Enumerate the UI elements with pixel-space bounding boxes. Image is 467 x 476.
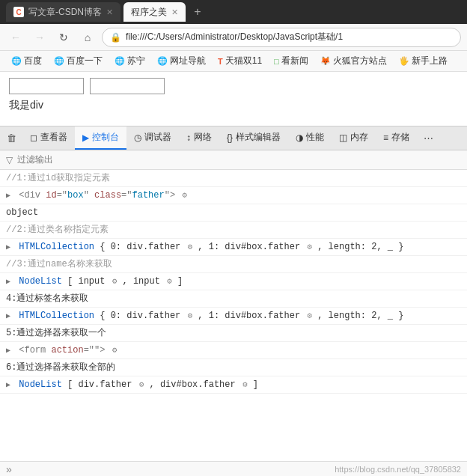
console-line-8: 4:通过标签名来获取 (0, 290, 467, 308)
status-bar: » https://blog.csdn.net/qq_37805832 (0, 461, 467, 476)
firefox-icon: 🦊 (320, 56, 331, 66)
reload-button[interactable]: ↻ (54, 28, 73, 47)
htmlcollection-1-sep: , 1: div#box.father (198, 242, 305, 252)
console-line-13[interactable]: ▶ NodeList [ div.father ⚙ , div#box.fath… (0, 376, 467, 394)
htmlcollection-2-content: { 0: div.father (100, 311, 186, 321)
expand-icon-2[interactable]: ▶ (6, 243, 10, 251)
bookmark-firefox[interactable]: 🦊 火狐官方站点 (315, 53, 392, 69)
new-tab-button[interactable]: + (189, 3, 207, 21)
htmlcollection-2: HTMLCollection (19, 311, 94, 321)
bookmark-baidu[interactable]: 🌐 百度 (6, 53, 47, 69)
devtools-more-btn[interactable]: ⋯ (420, 130, 436, 147)
nodelist-1-open: [ input (67, 276, 111, 287)
back-button[interactable]: ← (6, 28, 25, 47)
globe-icon-2: 🌐 (54, 56, 64, 66)
gear-icon-5: ⚙ (167, 277, 172, 286)
tab-performance[interactable]: ◑ 性能 (288, 126, 332, 150)
status-url: https://blog.csdn.net/qq_37805832 (335, 465, 461, 474)
console-line-9[interactable]: ▶ HTMLCollection { 0: div.father ⚙ , 1: … (0, 308, 467, 325)
tab-favicon-csdn: C (13, 7, 24, 17)
attr-class: class (94, 190, 121, 201)
home-button[interactable]: ⌂ (78, 28, 97, 47)
tab-csdn[interactable]: C 写文章-CSDN博客 ✕ (6, 2, 120, 22)
console-line-11[interactable]: ▶ <form action=""> ⚙ (0, 342, 467, 359)
nodelist-1: NodeList (19, 276, 62, 287)
hand-icon: 🖐 (399, 56, 409, 66)
tab-storage-label: 存储 (391, 131, 409, 144)
address-bar[interactable]: 🔒 file:///C:/Users/Administrator/Desktop… (102, 28, 461, 47)
expand-icon-4[interactable]: ▶ (6, 312, 10, 320)
htmlcollection-2-sep: , 1: div#box.father (198, 311, 305, 321)
attr-quote-1: " (84, 190, 94, 201)
htmlcollection-1-content: { 0: div.father (100, 242, 186, 252)
comment-1: //1:通过id获取指定元素 (6, 173, 110, 183)
htmlcollection-1: HTMLCollection (19, 242, 94, 252)
comment-2: //2:通过类名称指定元素 (6, 225, 109, 235)
bookmark-label-2: 百度一下 (67, 55, 103, 67)
console-line-2[interactable]: ▶ <div id="box" class="father"> ⚙ (0, 187, 467, 204)
bookmark-baidu-search[interactable]: 🌐 百度一下 (49, 53, 108, 69)
tmall-icon: T (218, 57, 223, 66)
tab-debugger-label: 调试器 (144, 131, 171, 144)
tab-memory[interactable]: ◫ 内存 (332, 126, 376, 150)
tab-console[interactable]: ▶ 控制台 (75, 126, 126, 150)
page-input-1[interactable] (9, 78, 84, 94)
devtools-panel: 🗑 ◻ 查看器 ▶ 控制台 ◷ 调试器 ↕ 网络 {} 样式编辑器 (0, 126, 467, 476)
tab-close-csdn[interactable]: ✕ (106, 7, 113, 17)
nodelist-2: NodeList (19, 379, 62, 390)
bookmark-label-5: 天猫双11 (225, 55, 262, 67)
console-line-3: object (0, 204, 467, 222)
devtools-action-delete[interactable]: 🗑 (3, 130, 19, 147)
bookmark-suning[interactable]: 🌐 苏宁 (109, 53, 150, 69)
tab-network-label: 网络 (194, 131, 212, 144)
performance-icon: ◑ (296, 132, 303, 143)
console-output: //1:通过id获取指定元素 ▶ <div id="box" class="fa… (0, 170, 467, 461)
page-inputs (9, 78, 458, 94)
comment-5: 5:通过选择器来获取一个 (6, 328, 106, 338)
console-icon: ▶ (82, 132, 89, 143)
address-lock-icon: 🔒 (110, 32, 121, 43)
expand-icon-3[interactable]: ▶ (6, 278, 10, 286)
bookmark-label-4: 网址导航 (170, 55, 206, 67)
page-content: 我是div (0, 72, 467, 126)
globe-icon-1: 🌐 (11, 56, 22, 66)
tab-active[interactable]: 程序之美 ✕ (123, 2, 186, 22)
expand-icon-6[interactable]: ▶ (6, 381, 10, 389)
console-line-7[interactable]: ▶ NodeList [ input ⚙ , input ⚙ ] (0, 273, 467, 290)
devtools-filter-toolbar: ▽ 过滤输出 (0, 150, 467, 170)
bookmark-news[interactable]: □ 看新闻 (269, 53, 314, 69)
tab-debugger[interactable]: ◷ 调试器 (126, 126, 179, 150)
tab-console-label: 控制台 (92, 131, 119, 144)
tab-storage[interactable]: ≡ 存储 (376, 126, 417, 150)
tab-inspector-label: 查看器 (40, 131, 67, 144)
expand-icon-1[interactable]: ▶ (6, 192, 10, 200)
htmlcollection-2-end: , length: 2, _ } (317, 311, 403, 321)
nodelist-1-close: ] (177, 276, 183, 287)
console-line-6: //3:通过name名称来获取 (0, 256, 467, 273)
expand-icon-5[interactable]: ▶ (6, 347, 10, 355)
comment-3: //3:通过name名称来获取 (6, 259, 112, 269)
globe-icon-4: 🌐 (157, 56, 168, 66)
bookmark-nav[interactable]: 🌐 网址导航 (152, 53, 211, 69)
navbar: ← → ↻ ⌂ 🔒 file:///C:/Users/Administrator… (0, 24, 467, 51)
tab-inspector[interactable]: ◻ 查看器 (22, 126, 75, 150)
tab-network[interactable]: ↕ 网络 (179, 126, 219, 150)
console-line-5[interactable]: ▶ HTMLCollection { 0: div.father ⚙ , 1: … (0, 239, 467, 256)
page-input-2[interactable] (90, 78, 165, 94)
page-div-text: 我是div (9, 99, 458, 112)
tab-style-label: 样式编辑器 (236, 131, 281, 144)
nodelist-2-sep: , div#box.father (150, 379, 241, 390)
more-button[interactable]: » (6, 463, 12, 475)
forward-button[interactable]: → (30, 28, 49, 47)
bookmark-newbie[interactable]: 🖐 新手上路 (394, 53, 453, 69)
attr-id-val: box (67, 190, 84, 201)
attr-quote-2: "> (165, 190, 175, 201)
bookmark-label-8: 新手上路 (412, 55, 448, 67)
address-text: file:///C:/Users/Administrator/Desktop/J… (126, 31, 453, 43)
tag-div-open: <div (19, 190, 46, 201)
tab-style-editor[interactable]: {} 样式编辑器 (219, 126, 288, 150)
tab-close-active[interactable]: ✕ (171, 7, 178, 17)
bookmark-tmall[interactable]: T 天猫双11 (213, 53, 267, 69)
gear-icon-3: ⚙ (307, 242, 312, 251)
style-icon: {} (227, 132, 233, 143)
